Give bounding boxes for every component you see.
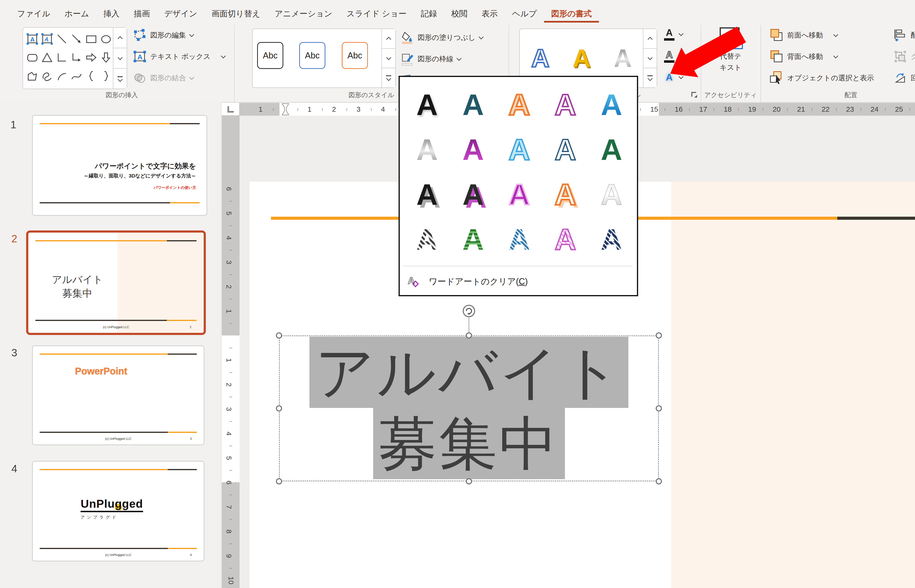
shape-rect-icon[interactable] bbox=[85, 33, 97, 46]
wordart-style-blue-gradient[interactable]: A bbox=[590, 84, 633, 126]
menu-tab-スライド ショー[interactable]: スライド ショー bbox=[339, 5, 414, 23]
slide-thumbnail-4[interactable]: UnPlugged アンプラグド (c) UnPlugged LLC 4 bbox=[32, 461, 204, 561]
thumb1-note: パワーポイントの使い方 bbox=[84, 185, 196, 190]
wordart-gallery-open-button[interactable] bbox=[643, 68, 657, 87]
resize-handle-s[interactable] bbox=[466, 478, 472, 485]
resize-handle-w[interactable] bbox=[276, 405, 282, 412]
resize-handle-e[interactable] bbox=[656, 405, 662, 412]
shape-fill-button[interactable]: 図形の塗りつぶし bbox=[401, 31, 483, 44]
shape-brace-left-icon[interactable] bbox=[85, 70, 97, 83]
selection-pane-icon bbox=[770, 71, 783, 85]
wordart-style-black-gray-shadow[interactable]: A bbox=[406, 173, 448, 216]
text-box-label: テキスト ボックス bbox=[150, 52, 210, 61]
shape-arc-icon[interactable] bbox=[56, 70, 68, 83]
shape-outline-button[interactable]: 図形の枠線 bbox=[401, 52, 461, 66]
selected-text[interactable]: アルバイト 募集中 bbox=[279, 337, 659, 479]
wordart-style-green-stripes[interactable]: A bbox=[452, 218, 495, 261]
shape-textbox2-icon[interactable]: A bbox=[41, 33, 53, 46]
wordart-style-white-silver[interactable]: A bbox=[590, 173, 633, 216]
align-button[interactable]: 配 bbox=[894, 29, 915, 42]
scroll-up-button[interactable] bbox=[113, 28, 127, 48]
edit-shape-button[interactable]: 図形の編集 bbox=[133, 29, 194, 42]
shape-style-black[interactable]: Abc bbox=[257, 42, 283, 69]
menu-tab-挿入[interactable]: 挿入 bbox=[96, 5, 127, 23]
shape-elbow-arrow-icon[interactable] bbox=[70, 51, 83, 65]
chevron-up-icon bbox=[386, 37, 391, 42]
menu-tab-描画[interactable]: 描画 bbox=[127, 5, 157, 23]
scroll-up-button[interactable] bbox=[382, 29, 395, 49]
resize-handle-n[interactable] bbox=[466, 332, 472, 339]
resize-handle-sw[interactable] bbox=[276, 478, 282, 485]
clear-wordart-menu-item[interactable]: A ワードアートのクリア(C) bbox=[407, 271, 628, 292]
wordart-style-dark-magenta-shadow[interactable]: A bbox=[452, 173, 495, 216]
slide-thumbnail-3[interactable]: PowerPoint (c) UnPlugged LLC 3 bbox=[32, 346, 204, 445]
shape-arrow-line-icon[interactable] bbox=[70, 33, 83, 46]
scroll-down-button[interactable] bbox=[643, 49, 657, 68]
shape-rounded-rect-icon[interactable] bbox=[26, 51, 39, 65]
bring-forward-button[interactable]: 前面へ移動 bbox=[770, 29, 837, 42]
wordart-letter: A bbox=[509, 179, 530, 209]
wordart-style-magenta-gradient[interactable]: A bbox=[452, 129, 495, 171]
wordart-letter: A bbox=[416, 135, 438, 165]
shape-brace-right-icon[interactable] bbox=[100, 70, 112, 83]
wordart-style-teal[interactable]: A bbox=[452, 84, 495, 126]
shape-style-blue[interactable]: Abc bbox=[299, 42, 325, 69]
selection-pane-button[interactable]: オブジェクトの選択と表示 bbox=[770, 71, 874, 85]
wordart-mini-outline-blue[interactable]: A bbox=[532, 46, 550, 71]
rotate-button[interactable]: 回 bbox=[894, 71, 915, 85]
send-backward-button[interactable]: 背面へ移動 bbox=[770, 50, 837, 63]
menu-tab-アニメーション[interactable]: アニメーション bbox=[268, 5, 339, 23]
shape-elbow-icon[interactable] bbox=[56, 51, 68, 65]
shape-oval-icon[interactable] bbox=[100, 33, 112, 46]
menu-tab-表示[interactable]: 表示 bbox=[475, 5, 505, 23]
wordart-style-pink-stripes[interactable]: A bbox=[544, 218, 587, 261]
wordart-style-teal-checker[interactable]: A bbox=[498, 218, 541, 261]
wordart-style-orange-outline[interactable]: A bbox=[498, 84, 541, 126]
gallery-more-button[interactable] bbox=[113, 69, 127, 89]
slide-thumbnail-1[interactable]: パワーポイントで文字に効果を ～縁取り、面取り、3Dなどにデザインする方法～ パ… bbox=[32, 115, 207, 216]
scroll-down-button[interactable] bbox=[382, 49, 395, 68]
shape-freeform-icon[interactable] bbox=[26, 70, 39, 83]
menu-tab-ヘルプ[interactable]: ヘルプ bbox=[505, 5, 544, 23]
menu-tab-デザイン[interactable]: デザイン bbox=[157, 5, 204, 23]
slide-thumbnail-2-selected[interactable]: アルバイト 募集中 (c) UnPlugged LLC 2 bbox=[26, 231, 206, 335]
resize-handle-se[interactable] bbox=[656, 478, 662, 485]
rotate-handle[interactable] bbox=[462, 305, 475, 317]
wordart-style-gray-stripes[interactable]: A bbox=[406, 218, 448, 261]
wordart-style-lightblue[interactable]: A bbox=[498, 129, 541, 171]
menu-tab-画面切り替え[interactable]: 画面切り替え bbox=[204, 5, 268, 23]
menu-tab-記録[interactable]: 記録 bbox=[414, 5, 444, 23]
wordart-style-navy-stripes[interactable]: A bbox=[590, 218, 633, 261]
menu-tab-ホーム[interactable]: ホーム bbox=[57, 5, 96, 23]
wordart-style-dash-blue[interactable]: A bbox=[544, 129, 587, 171]
wordart-style-magenta-pink[interactable]: A bbox=[498, 173, 541, 216]
shape-line-icon[interactable] bbox=[56, 33, 68, 46]
indent-marker-icon[interactable] bbox=[282, 103, 289, 115]
gallery-more-button[interactable] bbox=[382, 68, 395, 87]
menu-tab-ファイル[interactable]: ファイル bbox=[10, 5, 57, 23]
shape-curve-icon[interactable] bbox=[70, 70, 83, 83]
shape-style-orange[interactable]: Abc bbox=[342, 42, 368, 69]
shape-arrow-down-icon[interactable] bbox=[100, 51, 112, 65]
scroll-down-button[interactable] bbox=[113, 48, 127, 69]
wordart-style-magenta-outline[interactable]: A bbox=[544, 84, 587, 126]
shape-arrow-right-icon[interactable] bbox=[85, 51, 97, 65]
shape-textbox-icon[interactable]: A bbox=[26, 33, 39, 46]
group-button[interactable]: グ bbox=[894, 50, 915, 63]
menu-tab-図形の書式[interactable]: 図形の書式 bbox=[544, 5, 599, 23]
resize-handle-nw[interactable] bbox=[276, 332, 282, 339]
merge-shapes-button[interactable]: 図形の結合 bbox=[133, 71, 194, 85]
wordart-style-black[interactable]: A bbox=[406, 84, 448, 126]
wordart-style-green[interactable]: A bbox=[590, 129, 633, 171]
wordart-style-white-orange[interactable]: A bbox=[544, 173, 587, 216]
shape-scribble-icon[interactable] bbox=[41, 70, 53, 83]
shape-triangle-icon[interactable] bbox=[41, 51, 53, 65]
wordart-mini-gold[interactable]: A bbox=[572, 46, 591, 71]
menu-tab-校閲[interactable]: 校閲 bbox=[444, 5, 475, 23]
text-box-button[interactable]: A テキスト ボックス bbox=[133, 50, 225, 63]
resize-handle-ne[interactable] bbox=[656, 332, 662, 339]
wordart-style-silver[interactable]: A bbox=[406, 129, 448, 171]
scroll-up-button[interactable] bbox=[643, 29, 657, 49]
wordart-mini-silver[interactable]: A bbox=[614, 46, 632, 71]
chevron-down-icon bbox=[386, 76, 391, 81]
